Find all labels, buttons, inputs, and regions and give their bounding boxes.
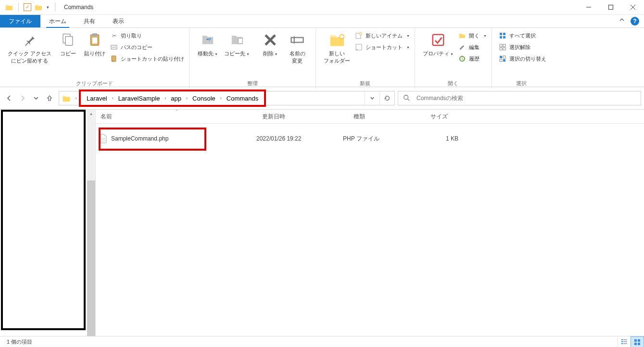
address-dropdown-button[interactable] [365, 91, 379, 105]
column-size[interactable]: サイズ [426, 110, 479, 123]
crumb-commands[interactable]: Commands [225, 95, 260, 102]
group-label: 選択 [497, 80, 546, 89]
new-item-button[interactable]: 新しいアイテム ▼ [355, 32, 410, 39]
recent-locations-button[interactable] [30, 91, 42, 105]
column-date[interactable]: 更新日時 [257, 110, 349, 123]
file-size: 1 KB [415, 135, 458, 142]
chevron-right-icon[interactable]: › [74, 96, 79, 101]
forward-button[interactable] [16, 91, 29, 105]
up-button[interactable] [43, 91, 56, 105]
svg-rect-33 [500, 59, 502, 62]
crumb-laravelsample[interactable]: LaravelSample [116, 95, 162, 102]
file-list: SampleCommand.php 2022/01/26 19:22 PHP フ… [96, 124, 644, 144]
crumb-console[interactable]: Console [190, 95, 217, 102]
label: 名前 [101, 113, 112, 121]
search-input[interactable] [416, 94, 641, 102]
back-button[interactable] [3, 91, 15, 105]
tab-home[interactable]: ホーム [40, 15, 75, 27]
group-label: 開く [420, 80, 487, 89]
open-button[interactable]: 開く ▼ [458, 32, 487, 39]
properties-button[interactable]: プロパティ▼ [420, 30, 456, 57]
chevron-right-icon[interactable]: › [162, 96, 169, 101]
history-button[interactable]: 履歴 [458, 55, 487, 63]
file-name: SampleCommand.php [111, 135, 168, 142]
tab-file[interactable]: ファイル [0, 15, 40, 27]
crumb-app[interactable]: app [169, 95, 183, 102]
delete-button[interactable]: 削除▼ [257, 30, 284, 57]
svg-rect-46 [634, 339, 637, 342]
svg-rect-24 [503, 33, 505, 35]
scrollbar[interactable]: ▲ ▼ [87, 110, 95, 347]
label: 新しいアイテム [366, 32, 403, 39]
svg-point-19 [360, 33, 362, 35]
column-type[interactable]: 種類 [349, 110, 426, 123]
invert-selection-button[interactable]: 選択の切り替え [499, 55, 546, 63]
move-to-button[interactable]: 移動先▼ [194, 30, 221, 57]
ribbon: クイック アクセスにピン留めする コピー 貼り付け ✂ 切り取り [0, 28, 644, 87]
column-headers: ⌃ 名前 更新日時 種類 サイズ [96, 110, 644, 124]
svg-point-17 [340, 35, 344, 39]
select-all-button[interactable]: すべて選択 [499, 32, 546, 39]
help-button[interactable]: ? [631, 17, 639, 26]
scroll-thumb[interactable] [87, 180, 95, 338]
close-button[interactable] [622, 0, 644, 14]
label: ショートカット [366, 44, 403, 51]
svg-rect-30 [503, 48, 505, 50]
column-name[interactable]: ⌃ 名前 [96, 110, 257, 123]
label: フォルダー [324, 58, 350, 64]
qat-folder-icon[interactable] [34, 4, 43, 11]
svg-rect-45 [623, 343, 627, 344]
svg-rect-40 [621, 339, 623, 340]
details-view-button[interactable] [618, 336, 631, 347]
label: 切り取り [121, 32, 142, 39]
file-date: 2022/01/26 19:22 [256, 135, 343, 142]
new-shortcut-button[interactable]: ショートカット ▼ [355, 43, 410, 51]
edit-button[interactable]: 編集 [458, 43, 487, 51]
ribbon-tabs: ファイル ホーム 共有 表示 ? [0, 15, 644, 28]
cut-button[interactable]: ✂ 切り取り [110, 32, 184, 39]
item-count: 1 個の項目 [7, 338, 32, 346]
folder-icon [62, 95, 71, 102]
crumb-laravel[interactable]: Laravel [85, 95, 109, 102]
maximize-button[interactable] [600, 0, 622, 14]
copy-path-button[interactable]: パスのコピー [110, 43, 184, 51]
new-folder-button[interactable]: 新しいフォルダー [321, 30, 353, 64]
chevron-right-icon[interactable]: › [109, 96, 116, 101]
minimize-button[interactable] [578, 0, 600, 14]
qat-dropdown-icon[interactable]: ▾ [46, 5, 50, 10]
rename-icon [289, 32, 305, 48]
group-label: 整理 [194, 80, 311, 89]
search-box[interactable] [398, 91, 641, 105]
qat-properties-icon[interactable]: ✓ [24, 3, 31, 11]
copy-to-button[interactable]: コピー先▼ [221, 30, 253, 57]
open-icon [458, 32, 466, 39]
svg-rect-34 [503, 59, 505, 62]
tab-share[interactable]: 共有 [75, 15, 104, 27]
refresh-button[interactable] [379, 91, 394, 105]
label: コピー先 [224, 51, 245, 56]
paste-button[interactable]: 貼り付け [81, 30, 108, 57]
chevron-right-icon[interactable]: › [217, 96, 225, 101]
address-bar[interactable]: › Laravel › LaravelSample › app › Consol… [59, 91, 395, 105]
pin-icon [22, 32, 38, 48]
large-icons-view-button[interactable] [631, 336, 644, 347]
ribbon-group-open: プロパティ▼ 開く ▼ 編集 [415, 28, 492, 89]
navigation-pane[interactable]: ▲ ▼ [0, 110, 96, 347]
label: 編集 [469, 44, 480, 51]
rename-button[interactable]: 名前の変更 [284, 30, 311, 64]
svg-rect-5 [65, 37, 73, 46]
copy-icon [60, 32, 76, 48]
tab-view[interactable]: 表示 [104, 15, 133, 27]
file-type: PHP ファイル [343, 135, 415, 143]
chevron-right-icon[interactable]: › [183, 96, 190, 101]
select-none-button[interactable]: 選択解除 [499, 43, 546, 51]
svg-rect-47 [638, 339, 640, 342]
copy-button[interactable]: コピー [54, 30, 81, 57]
label: 選択解除 [509, 44, 530, 51]
collapse-ribbon-icon[interactable] [619, 17, 625, 24]
pin-quick-access-button[interactable]: クイック アクセスにピン留めする [5, 30, 54, 64]
file-row[interactable]: SampleCommand.php 2022/01/26 19:22 PHP フ… [96, 133, 644, 144]
svg-rect-12 [238, 38, 242, 43]
scroll-up-button[interactable]: ▲ [87, 110, 95, 118]
paste-shortcut-button[interactable]: ショートカットの貼り付け [110, 55, 184, 63]
